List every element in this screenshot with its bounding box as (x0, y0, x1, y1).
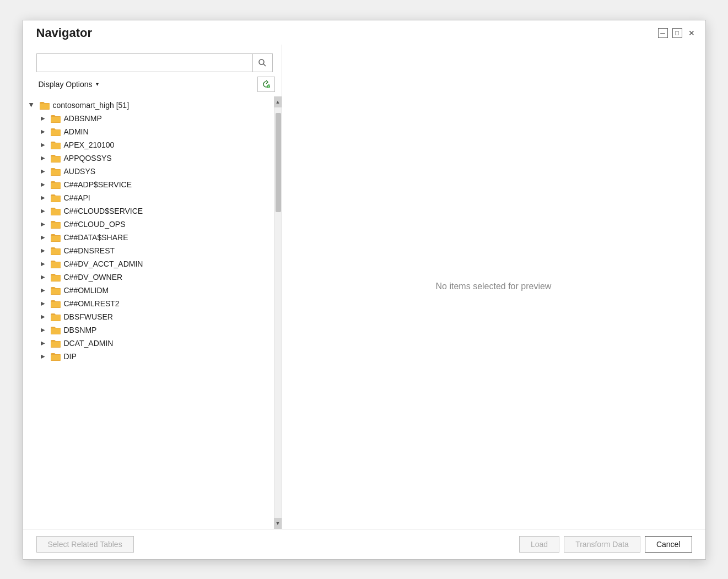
list-item[interactable]: ▶ C##DNSREST (23, 244, 274, 257)
svg-rect-24 (51, 223, 61, 228)
folder-icon-root (40, 101, 50, 110)
folder-icon (51, 154, 61, 163)
item-label: ADMIN (64, 127, 89, 136)
right-panel: No items selected for preview (282, 45, 705, 529)
item-label: C##DV_OWNER (64, 273, 123, 282)
list-item[interactable]: ▶ APEX_210100 (23, 138, 274, 151)
display-options-label: Display Options (39, 80, 93, 89)
item-label: DCAT_ADMIN (64, 339, 114, 348)
search-bar (36, 53, 273, 72)
folder-icon (51, 246, 61, 255)
folder-icon (51, 233, 61, 242)
svg-rect-32 (51, 275, 61, 281)
scrollbar-thumb-area[interactable] (274, 107, 282, 518)
folder-icon (51, 167, 61, 176)
list-item[interactable]: ▶ C##CLOUD_OPS (23, 218, 274, 231)
item-label: C##DV_ACCT_ADMIN (64, 259, 143, 268)
tree-list: ▶ contosomart_high [51] ▶ (23, 96, 274, 529)
svg-rect-28 (51, 249, 61, 255)
list-item[interactable]: ▶ C##OMLREST2 (23, 297, 274, 310)
close-button[interactable]: ✕ (687, 28, 697, 38)
display-options-button[interactable]: Display Options ▾ (36, 79, 101, 90)
svg-rect-14 (51, 156, 61, 162)
svg-rect-10 (51, 130, 61, 136)
svg-rect-42 (51, 342, 61, 347)
list-item[interactable]: ▶ APPQOSSYS (23, 151, 274, 165)
scroll-down-button[interactable]: ▼ (274, 518, 282, 529)
footer: Select Related Tables Load Transform Dat… (23, 529, 705, 559)
folder-icon (51, 273, 61, 282)
folder-icon (51, 352, 61, 361)
svg-rect-40 (51, 328, 61, 334)
search-icon (258, 58, 267, 67)
folder-icon (51, 207, 61, 215)
expand-arrow: ▶ (39, 180, 47, 189)
svg-rect-20 (51, 196, 61, 202)
left-panel: Display Options ▾ (23, 45, 282, 529)
item-label: C##DNSREST (64, 246, 115, 255)
expand-arrow: ▶ (39, 167, 47, 176)
transform-data-button[interactable]: Transform Data (564, 536, 640, 553)
svg-rect-34 (51, 289, 61, 294)
list-item[interactable]: ▶ DBSNMP (23, 323, 274, 337)
search-input[interactable] (37, 55, 252, 71)
expand-arrow: ▶ (39, 154, 47, 163)
footer-right: Load Transform Data Cancel (519, 536, 692, 553)
minimize-button[interactable]: ─ (658, 28, 668, 38)
cancel-button[interactable]: Cancel (645, 536, 692, 553)
list-item[interactable]: ▶ C##ADP$SERVICE (23, 178, 274, 191)
scroll-up-button[interactable]: ▲ (274, 96, 282, 107)
list-item[interactable]: ▶ ADBSNMP (23, 112, 274, 125)
select-related-tables-button[interactable]: Select Related Tables (36, 536, 134, 553)
list-item[interactable]: ▶ C##CLOUD$SERVICE (23, 204, 274, 218)
list-item[interactable]: ▶ C##DATA$SHARE (23, 231, 274, 244)
tree-root-label: contosomart_high [51] (53, 101, 130, 110)
expand-arrow: ▶ (39, 193, 47, 202)
tree-root-item[interactable]: ▶ contosomart_high [51] (23, 99, 274, 112)
list-item[interactable]: ▶ DCAT_ADMIN (23, 337, 274, 350)
expand-arrow: ▶ (39, 246, 47, 255)
search-button[interactable] (252, 54, 272, 72)
item-label: ADBSNMP (64, 114, 102, 123)
chevron-down-icon: ▾ (96, 81, 99, 87)
item-label: DBSFWUSER (64, 312, 113, 321)
load-button[interactable]: Load (519, 536, 559, 553)
item-label: AUDSYS (64, 167, 96, 176)
maximize-button[interactable]: □ (672, 28, 682, 38)
svg-rect-38 (51, 315, 61, 321)
folder-icon (51, 140, 61, 149)
list-item[interactable]: ▶ ADMIN (23, 125, 274, 138)
expand-arrow: ▶ (39, 207, 47, 215)
svg-line-1 (263, 64, 266, 66)
expand-arrow: ▶ (39, 326, 47, 334)
item-label: DBSNMP (64, 326, 97, 334)
list-item[interactable]: ▶ C##API (23, 191, 274, 204)
expand-arrow: ▶ (39, 233, 47, 242)
folder-icon (51, 180, 61, 189)
list-item[interactable]: ▶ C##OMLIDM (23, 284, 274, 297)
list-item[interactable]: ▶ DBSFWUSER (23, 310, 274, 323)
folder-icon (51, 127, 61, 136)
list-item[interactable]: ▶ DIP (23, 350, 274, 363)
folder-icon (51, 299, 61, 308)
expand-arrow-root: ▶ (28, 101, 36, 110)
scrollbar-thumb[interactable] (276, 113, 281, 212)
window-controls: ─ □ ✕ (658, 28, 697, 38)
list-item[interactable]: ▶ C##DV_OWNER (23, 270, 274, 284)
refresh-button[interactable] (257, 77, 275, 92)
list-item[interactable]: ▶ AUDSYS (23, 165, 274, 178)
folder-icon (51, 339, 61, 348)
refresh-icon (262, 80, 271, 89)
folder-icon (51, 114, 61, 123)
folder-icon (51, 193, 61, 202)
folder-icon (51, 259, 61, 268)
item-label: C##DATA$SHARE (64, 233, 128, 242)
list-item[interactable]: ▶ C##DV_ACCT_ADMIN (23, 257, 274, 270)
svg-rect-44 (51, 355, 61, 360)
svg-point-0 (259, 59, 264, 64)
expand-arrow: ▶ (39, 140, 47, 149)
title-bar: Navigator ─ □ ✕ (23, 20, 705, 45)
svg-rect-30 (51, 262, 61, 268)
expand-arrow: ▶ (39, 220, 47, 229)
scrollbar-track: ▲ ▼ (274, 96, 282, 529)
